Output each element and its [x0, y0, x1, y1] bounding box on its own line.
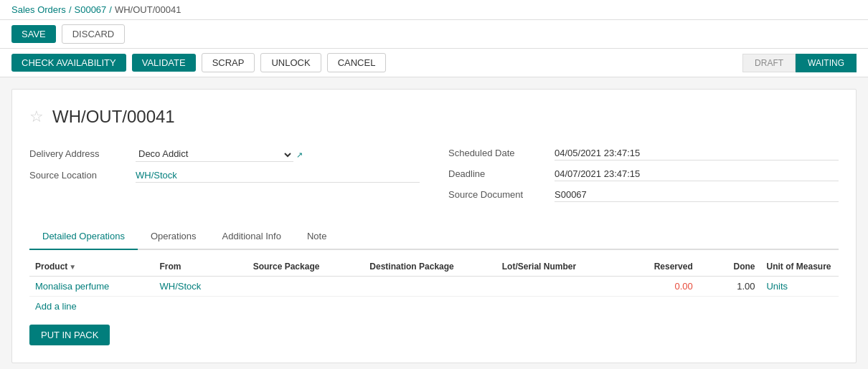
- col-header-done: Done: [699, 256, 761, 277]
- form-right: Scheduled Date 04/05/2021 23:47:15 Deadl…: [448, 144, 839, 206]
- delivery-address-label: Delivery Address: [29, 148, 130, 159]
- tab-note[interactable]: Note: [294, 224, 339, 250]
- delivery-address-row: Delivery Address Deco Addict ↗: [29, 144, 420, 166]
- cell-from[interactable]: WH/Stock: [154, 277, 247, 297]
- table-section: Product ▼ From Source Package Destinatio…: [29, 256, 839, 316]
- cell-product[interactable]: Monalisa perfume: [29, 277, 154, 297]
- source-location-row: Source Location WH/Stock: [29, 166, 420, 187]
- cell-source-package: [247, 277, 364, 297]
- breadcrumb-sep-2: /: [109, 4, 112, 15]
- breadcrumb-s00067[interactable]: S00067: [75, 4, 107, 15]
- scheduled-date-label: Scheduled Date: [448, 148, 549, 158]
- form-left: Delivery Address Deco Addict ↗ Source Lo…: [29, 144, 420, 206]
- col-header-uom: Unit of Measure: [760, 256, 839, 277]
- col-header-product[interactable]: Product ▼: [29, 256, 154, 277]
- breadcrumb-sales-orders[interactable]: Sales Orders: [11, 4, 66, 15]
- doc-header: ☆ WH/OUT/00041: [29, 107, 839, 127]
- put-in-pack-button[interactable]: PUT IN PACK: [29, 325, 110, 345]
- check-availability-button[interactable]: CHECK AVAILABILITY: [11, 54, 126, 72]
- external-link-icon[interactable]: ↗: [296, 150, 303, 160]
- cell-dest-package: [364, 277, 496, 297]
- breadcrumb-sep-1: /: [69, 4, 72, 15]
- scheduled-date-value[interactable]: 04/05/2021 23:47:15: [555, 148, 839, 160]
- tabs: Detailed Operations Operations Additiona…: [29, 224, 839, 250]
- source-location-value[interactable]: WH/Stock: [136, 170, 420, 183]
- col-header-from: From: [154, 256, 247, 277]
- delivery-address-select[interactable]: Deco Addict: [136, 148, 293, 162]
- status-draft[interactable]: DRAFT: [742, 54, 796, 72]
- source-document-row: Source Document S00067: [448, 186, 839, 206]
- status-bar: DRAFT WAITING: [742, 54, 857, 72]
- deadline-value: 04/07/2021 23:47:15: [555, 168, 839, 181]
- tab-additional-info[interactable]: Additional Info: [209, 224, 294, 250]
- save-button[interactable]: SAVE: [11, 25, 56, 43]
- status-waiting[interactable]: WAITING: [796, 54, 857, 72]
- col-header-reserved: Reserved: [621, 256, 698, 277]
- cell-uom: Units: [760, 277, 839, 297]
- save-discard-bar: SAVE DISCARD: [0, 20, 868, 49]
- cell-reserved: 0.00: [621, 277, 698, 297]
- cancel-button[interactable]: CANCEL: [327, 53, 387, 72]
- top-bar: Sales Orders / S00067 / WH/OUT/00041: [0, 0, 868, 20]
- col-header-dest-package: Destination Package: [364, 256, 496, 277]
- col-header-lot-serial: Lot/Serial Number: [496, 256, 621, 277]
- breadcrumb-current: WH/OUT/00041: [115, 4, 181, 15]
- source-document-label: Source Document: [448, 189, 549, 200]
- table-row: Monalisa perfume WH/Stock 0.00 1.00 Unit…: [29, 277, 839, 297]
- star-icon[interactable]: ☆: [29, 107, 44, 126]
- unlock-button[interactable]: UNLOCK: [260, 53, 321, 72]
- discard-button[interactable]: DISCARD: [62, 24, 126, 44]
- action-bar: CHECK AVAILABILITY VALIDATE SCRAP UNLOCK…: [0, 49, 868, 77]
- cell-done[interactable]: 1.00: [699, 277, 761, 297]
- delivery-address-value-container: Deco Addict ↗: [136, 148, 420, 162]
- deadline-label: Deadline: [448, 168, 549, 179]
- col-header-source-package: Source Package: [247, 256, 364, 277]
- breadcrumb: Sales Orders / S00067 / WH/OUT/00041: [11, 4, 181, 15]
- sort-arrow-icon: ▼: [69, 263, 76, 271]
- tab-detailed-ops[interactable]: Detailed Operations: [29, 224, 138, 250]
- add-line[interactable]: Add a line: [29, 297, 82, 316]
- validate-button[interactable]: VALIDATE: [132, 54, 196, 72]
- scheduled-date-row: Scheduled Date 04/05/2021 23:47:15: [448, 144, 839, 165]
- scrap-button[interactable]: SCRAP: [202, 53, 255, 72]
- main-content: ☆ WH/OUT/00041 Delivery Address Deco Add…: [11, 89, 857, 363]
- deadline-row: Deadline 04/07/2021 23:47:15: [448, 165, 839, 186]
- cell-lot-serial: [496, 277, 621, 297]
- doc-title: WH/OUT/00041: [52, 107, 175, 127]
- source-location-label: Source Location: [29, 170, 130, 181]
- source-document-value: S00067: [555, 189, 839, 202]
- tab-operations[interactable]: Operations: [138, 224, 209, 250]
- form-grid: Delivery Address Deco Addict ↗ Source Lo…: [29, 144, 839, 206]
